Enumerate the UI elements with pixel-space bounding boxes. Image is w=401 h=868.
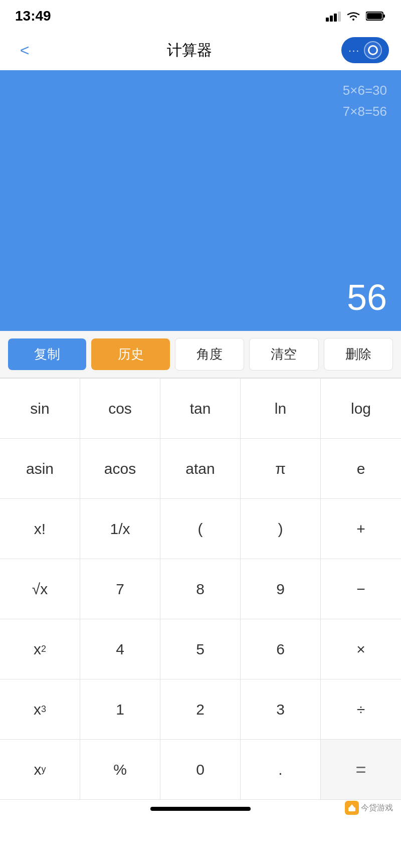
key-8[interactable]: 8: [160, 559, 241, 619]
signal-icon: [326, 11, 341, 22]
svg-rect-3: [338, 12, 341, 22]
battery-icon: [366, 11, 386, 22]
key-sin[interactable]: sin: [0, 379, 80, 439]
key-cube[interactable]: x3: [0, 679, 80, 740]
key-sqrt[interactable]: √x: [0, 559, 80, 619]
svg-rect-2: [334, 14, 337, 22]
status-icons: [326, 11, 386, 22]
key-1[interactable]: 1: [80, 679, 160, 740]
key-divide[interactable]: ÷: [321, 679, 401, 740]
watermark-icon: [347, 803, 356, 812]
key-4[interactable]: 4: [80, 619, 160, 679]
key-asin[interactable]: asin: [0, 439, 80, 499]
key-2[interactable]: 2: [160, 679, 241, 740]
key-reciprocal[interactable]: 1/x: [80, 499, 160, 559]
action-button-row: 复制 历史 角度 清空 删除: [0, 331, 401, 378]
clear-button[interactable]: 清空: [249, 338, 318, 371]
more-options-button[interactable]: ···: [348, 45, 360, 56]
key-cos[interactable]: cos: [80, 379, 160, 439]
key-6[interactable]: 6: [241, 619, 321, 679]
svg-rect-6: [367, 13, 382, 19]
svg-rect-7: [348, 807, 355, 811]
svg-rect-0: [326, 18, 329, 22]
svg-rect-5: [383, 15, 385, 18]
back-button[interactable]: <: [12, 41, 37, 60]
key-open-paren[interactable]: (: [160, 499, 241, 559]
key-decimal[interactable]: .: [241, 740, 321, 800]
home-indicator: [150, 807, 251, 811]
key-power[interactable]: xy: [0, 740, 80, 800]
key-close-paren[interactable]: ): [241, 499, 321, 559]
key-square[interactable]: x2: [0, 619, 80, 679]
keypad: sin cos tan ln log asin acos atan π e x!…: [0, 378, 401, 800]
key-5[interactable]: 5: [160, 619, 241, 679]
key-tan[interactable]: tan: [160, 379, 241, 439]
wifi-icon: [346, 11, 361, 22]
key-9[interactable]: 9: [241, 559, 321, 619]
key-minus[interactable]: −: [321, 559, 401, 619]
key-equals[interactable]: =: [321, 740, 401, 800]
key-multiply[interactable]: ×: [321, 619, 401, 679]
svg-marker-8: [349, 804, 354, 807]
key-factorial[interactable]: x!: [0, 499, 80, 559]
angle-button[interactable]: 角度: [175, 338, 244, 371]
key-percent[interactable]: %: [80, 740, 160, 800]
key-0[interactable]: 0: [160, 740, 241, 800]
key-3[interactable]: 3: [241, 679, 321, 740]
nav-bar: < 计算器 ···: [0, 30, 401, 70]
nav-actions: ···: [341, 37, 389, 63]
status-bar: 13:49: [0, 0, 401, 30]
key-ln[interactable]: ln: [241, 379, 321, 439]
copy-button[interactable]: 复制: [8, 338, 86, 370]
key-acos[interactable]: acos: [80, 439, 160, 499]
status-time: 13:49: [15, 8, 51, 24]
watermark-text: 今贷游戏: [361, 803, 393, 813]
key-e[interactable]: e: [321, 439, 401, 499]
current-result: 56: [14, 277, 387, 323]
key-atan[interactable]: atan: [160, 439, 241, 499]
camera-button[interactable]: [364, 41, 382, 59]
page-title: 计算器: [167, 40, 212, 61]
key-pi[interactable]: π: [241, 439, 321, 499]
calculator-display: 5×6=30 7×8=56 56: [0, 70, 401, 331]
svg-rect-1: [330, 16, 333, 22]
key-log[interactable]: log: [321, 379, 401, 439]
history-line-1: 5×6=30: [14, 80, 387, 101]
history-button[interactable]: 历史: [91, 338, 169, 370]
key-plus[interactable]: +: [321, 499, 401, 559]
key-7[interactable]: 7: [80, 559, 160, 619]
history-display: 5×6=30 7×8=56: [14, 80, 387, 122]
delete-button[interactable]: 删除: [324, 338, 393, 371]
history-line-2: 7×8=56: [14, 101, 387, 122]
